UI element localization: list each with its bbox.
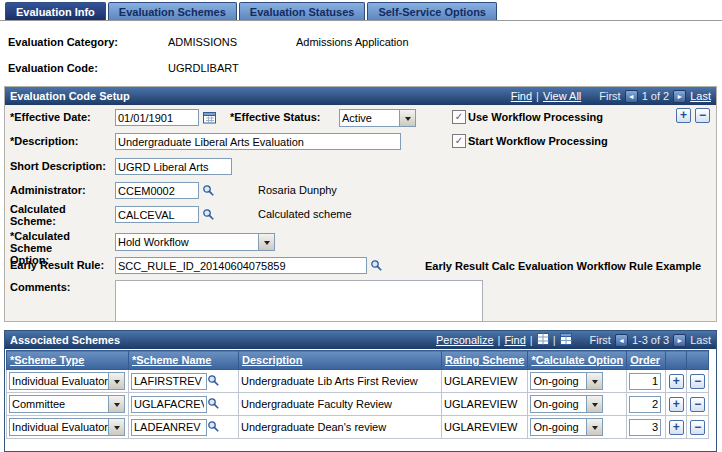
rating-scheme: UGLAREVIEW [442, 370, 528, 393]
calculated-scheme-label: Calculated Scheme: [10, 203, 90, 227]
personalize-link[interactable]: Personalize [436, 334, 493, 346]
selected-value: Individual Evaluator [10, 375, 108, 387]
zoom-grid-icon[interactable] [537, 333, 549, 347]
scheme-type-select[interactable]: Individual Evaluator [9, 372, 125, 390]
minus-icon: − [694, 374, 701, 388]
plus-icon: + [680, 108, 687, 122]
use-workflow-label: Use Workflow Processing [468, 111, 603, 123]
minus-icon: − [694, 397, 701, 411]
grid-next-button[interactable]: ► [673, 334, 686, 347]
grid-find-link[interactable]: Find [504, 334, 525, 346]
add-row-button[interactable]: + [669, 420, 684, 435]
tab-evaluation-statuses[interactable]: Evaluation Statuses [239, 2, 366, 20]
calculated-scheme-input[interactable] [115, 206, 199, 223]
separator: | [536, 90, 539, 102]
delete-row-button[interactable]: − [690, 397, 705, 412]
administrator-input[interactable] [115, 182, 199, 199]
early-result-rule-label: Early Result Rule: [10, 259, 114, 271]
short-description-input[interactable] [115, 158, 232, 175]
administrator-lookup-icon[interactable] [202, 184, 215, 199]
column-header-scheme-type[interactable]: *Scheme Type [7, 351, 129, 370]
grid-last-label: Last [690, 334, 711, 346]
column-header-label: Rating Scheme [445, 354, 524, 366]
effective-status-label: *Effective Status: [230, 111, 334, 123]
description-input[interactable] [115, 133, 401, 150]
chevron-right-icon: ► [676, 337, 683, 344]
dropdown-arrow-icon [108, 396, 124, 412]
order-input[interactable] [629, 419, 661, 436]
column-header-label: *Scheme Type [10, 354, 84, 366]
start-workflow-checkbox[interactable]: ✓ [452, 134, 466, 148]
column-header-label: *Scheme Name [132, 354, 212, 366]
early-result-rule-lookup-icon[interactable] [370, 259, 383, 274]
table-row: Individual Evaluator Undergraduate Dean'… [7, 416, 709, 439]
column-header-label: *Calculate Option [531, 354, 623, 366]
table-row: Individual Evaluator Undergraduate Lib A… [7, 370, 709, 393]
add-row-button[interactable]: + [669, 397, 684, 412]
previous-row-button[interactable]: ◄ [625, 90, 638, 103]
last-link[interactable]: Last [690, 90, 711, 102]
early-result-rule-input[interactable] [115, 257, 367, 274]
column-header-rating-scheme[interactable]: Rating Scheme [442, 351, 528, 370]
tab-evaluation-info[interactable]: Evaluation Info [5, 2, 106, 20]
tab-bar: Evaluation Info Evaluation Schemes Evalu… [0, 0, 722, 21]
grid-previous-button[interactable]: ◄ [615, 334, 628, 347]
scheme-name-input[interactable] [131, 396, 207, 413]
tab-evaluation-schemes[interactable]: Evaluation Schemes [108, 2, 237, 20]
scheme-description: Undergraduate Faculty Review [239, 393, 442, 416]
grid-header-controls: Personalize | Find | | First ◄ 1-3 of 3 … [436, 333, 711, 347]
dropdown-arrow-icon [586, 373, 602, 389]
use-workflow-checkbox[interactable]: ✓ [452, 110, 466, 124]
column-header-order[interactable]: Order [627, 351, 666, 370]
grid-row-position: 1-3 of 3 [632, 334, 669, 346]
dropdown-arrow-icon [586, 419, 602, 435]
column-header-calculate-option[interactable]: *Calculate Option [528, 351, 627, 370]
chevron-left-icon: ◄ [618, 337, 625, 344]
view-all-link[interactable]: View All [543, 90, 581, 102]
download-grid-icon[interactable] [560, 333, 572, 347]
calendar-icon[interactable] [203, 111, 217, 126]
tab-label: Evaluation Schemes [119, 6, 226, 18]
scheme-description: Undergraduate Dean's review [239, 416, 442, 439]
find-link[interactable]: Find [511, 90, 532, 102]
scheme-name-input[interactable] [131, 373, 207, 390]
dropdown-arrow-icon [108, 373, 124, 389]
tab-self-service-options[interactable]: Self-Service Options [367, 2, 497, 20]
calculate-option-select[interactable]: On-going [530, 372, 603, 390]
calculated-scheme-option-select[interactable]: Hold Workflow [115, 233, 275, 251]
separator: | [553, 334, 556, 346]
delete-row-button[interactable]: − [695, 108, 710, 123]
scheme-name-lookup-icon[interactable] [207, 374, 220, 389]
early-result-rule-display: Early Result Calc Evaluation Workflow Ru… [425, 260, 701, 272]
selected-value: Individual Evaluator [10, 421, 108, 433]
scheme-type-select[interactable]: Individual Evaluator [9, 418, 125, 436]
tab-label: Evaluation Statuses [250, 6, 355, 18]
short-description-label: Short Description: [10, 160, 116, 172]
column-header-scheme-name[interactable]: *Scheme Name [129, 351, 239, 370]
calculated-scheme-lookup-icon[interactable] [202, 208, 215, 223]
evaluation-code-page: Evaluation Info Evaluation Schemes Evalu… [0, 0, 722, 452]
comments-textarea[interactable] [115, 280, 483, 322]
evaluation-category-description: Admissions Application [296, 36, 409, 48]
first-label: First [599, 90, 620, 102]
column-header-description[interactable]: Description [239, 351, 442, 370]
next-row-button[interactable]: ► [673, 90, 686, 103]
grid-title: Associated Schemes [10, 334, 120, 346]
scheme-name-lookup-icon[interactable] [207, 397, 220, 412]
delete-row-button[interactable]: − [690, 420, 705, 435]
add-row-button[interactable]: + [669, 374, 684, 389]
add-row-button[interactable]: + [676, 108, 691, 123]
order-input[interactable] [629, 373, 661, 390]
calculate-option-select[interactable]: On-going [530, 395, 603, 413]
calculate-option-select[interactable]: On-going [530, 418, 603, 436]
row-action-delete-column-header [687, 351, 709, 370]
scheme-name-input[interactable] [131, 419, 207, 436]
calculated-scheme-display: Calculated scheme [258, 208, 352, 220]
delete-row-button[interactable]: − [690, 374, 705, 389]
effective-status-select[interactable]: Active [339, 109, 416, 127]
evaluation-category-label: Evaluation Category: [8, 36, 118, 48]
scheme-type-select[interactable]: Committee [9, 395, 125, 413]
scheme-name-lookup-icon[interactable] [207, 420, 220, 435]
effective-date-input[interactable] [115, 109, 199, 126]
order-input[interactable] [629, 396, 661, 413]
